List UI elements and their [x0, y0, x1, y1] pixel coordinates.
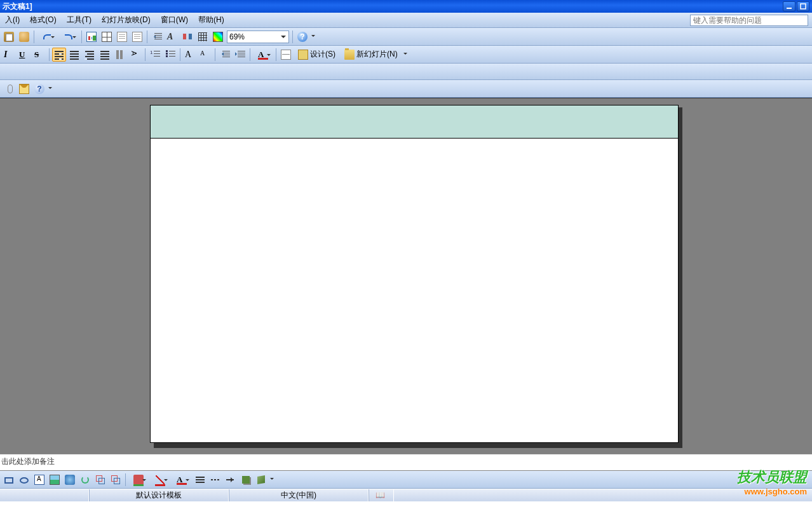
italic-button[interactable]: I [2, 48, 16, 62]
strike-icon: S [34, 50, 44, 60]
underline-button[interactable]: U [17, 48, 31, 62]
mail-button[interactable] [17, 82, 31, 96]
insert-document-button[interactable] [115, 30, 129, 44]
ruler-icon [281, 50, 291, 60]
decrease-font-button[interactable]: A [198, 48, 212, 62]
maximize-button[interactable] [797, 1, 809, 11]
status-book-icon: 📖 [376, 491, 386, 501]
insert-chart-button[interactable] [85, 30, 98, 44]
font-color-tool[interactable]: A [172, 473, 192, 487]
align-left-button[interactable] [52, 48, 66, 62]
outdent-icon [152, 32, 162, 42]
rectangle-tool[interactable] [2, 473, 16, 487]
color-button[interactable] [211, 30, 225, 44]
shadow-tool[interactable] [239, 473, 253, 487]
increase-indent-icon [235, 50, 245, 60]
font-increase-icon: A [185, 50, 195, 60]
align-right-button[interactable] [83, 48, 97, 62]
formatting-toolbar: I U S A A A 设计(S) 新幻灯片(N) [0, 46, 812, 64]
slide-canvas[interactable] [150, 105, 679, 443]
review-overflow[interactable] [47, 82, 53, 96]
review-help-button[interactable]: ? [32, 82, 46, 96]
watermark-title: 技术员联盟 [737, 468, 807, 487]
line-weight-tool[interactable] [193, 473, 207, 487]
minimize-button[interactable] [783, 1, 795, 11]
drawing-overflow[interactable] [269, 473, 275, 487]
title-bar: 示文稿1] [0, 0, 812, 13]
insert-table-button[interactable] [100, 30, 114, 44]
show-grid-button[interactable] [196, 30, 210, 44]
align-center-button[interactable] [67, 48, 81, 62]
ruler-button[interactable] [279, 48, 293, 62]
notes-pane[interactable]: 击此处添加备注 [0, 454, 812, 471]
text-direction-button[interactable] [128, 48, 142, 62]
toolbar-overflow[interactable] [310, 30, 316, 44]
attach-button[interactable] [2, 82, 16, 96]
format-aa-button[interactable]: A [165, 30, 179, 44]
menu-format[interactable]: 格式(O) [25, 15, 61, 25]
menu-slideshow[interactable]: 幻灯片放映(D) [97, 15, 156, 25]
insert-picture-tool[interactable] [48, 473, 62, 487]
object-icon [132, 32, 142, 42]
bullet-list-button[interactable] [163, 48, 177, 62]
rotate-tool[interactable] [78, 473, 92, 487]
line-color-icon [155, 475, 165, 485]
help-search-input[interactable] [690, 15, 808, 26]
menu-insert[interactable]: 入(I) [0, 15, 25, 25]
3d-tool[interactable] [254, 473, 268, 487]
align-justify-button[interactable] [98, 48, 112, 62]
ellipse-tool[interactable] [17, 473, 31, 487]
menu-window[interactable]: 窗口(W) [156, 15, 193, 25]
strikethrough-button[interactable]: S [32, 48, 46, 62]
numbered-list-button[interactable] [148, 48, 162, 62]
line-dash-tool[interactable] [208, 473, 222, 487]
undo-button[interactable] [37, 30, 57, 44]
outdent-paragraph-button[interactable] [150, 30, 164, 44]
columns-button[interactable] [113, 48, 127, 62]
increase-font-button[interactable]: A [183, 48, 197, 62]
table-icon [102, 32, 112, 42]
menu-help[interactable]: 帮助(H) [193, 15, 229, 25]
drawing-toolbar: A [0, 471, 812, 489]
window-title: 示文稿1] [3, 1, 32, 12]
status-indicator-cell: 📖 [369, 489, 394, 501]
toolbar2-overflow[interactable] [402, 48, 409, 62]
line-color-tool[interactable] [150, 473, 170, 487]
brush-icon [19, 32, 29, 42]
autoshapes-tool[interactable] [63, 473, 77, 487]
menu-tools[interactable]: 工具(T) [62, 15, 97, 25]
bullet-list-icon [165, 50, 175, 60]
format-painter-button[interactable] [17, 30, 31, 44]
toolbar-spacer [0, 64, 812, 80]
textbox-tool[interactable] [32, 473, 46, 487]
decrease-indent-button[interactable] [218, 48, 232, 62]
group-tool[interactable] [93, 473, 107, 487]
design-icon [298, 50, 308, 60]
clipboard-icon [4, 32, 14, 42]
help-button[interactable]: ? [295, 30, 309, 44]
font-color-button[interactable]: A [253, 48, 273, 62]
paste-button[interactable] [2, 30, 16, 44]
toggle-pane-button[interactable] [180, 30, 194, 44]
insert-object-button[interactable] [130, 30, 144, 44]
design-button[interactable]: 设计(S) [294, 48, 340, 62]
fill-color-tool[interactable] [128, 473, 149, 487]
zoom-value: 69% [229, 32, 245, 41]
zoom-combobox[interactable]: 69% [227, 31, 289, 43]
rotate-icon [81, 476, 89, 484]
slide-title-placeholder[interactable] [151, 105, 678, 139]
order-tool[interactable] [109, 473, 123, 487]
menu-bar: 入(I) 格式(O) 工具(T) 幻灯片放映(D) 窗口(W) 帮助(H) [0, 13, 812, 28]
align-right-icon [85, 50, 95, 60]
toggle-icon [182, 32, 193, 42]
help-icon: ? [297, 32, 308, 42]
design-label: 设计(S) [310, 49, 335, 60]
increase-indent-button[interactable] [233, 48, 247, 62]
arrow-style-tool[interactable] [224, 473, 238, 487]
align-center-icon [69, 50, 79, 60]
new-slide-button[interactable]: 新幻灯片(N) [340, 48, 402, 62]
redo-button[interactable] [58, 30, 79, 44]
undo-icon [42, 32, 52, 42]
question-icon: ? [34, 84, 44, 94]
slide-workspace[interactable] [0, 98, 812, 454]
